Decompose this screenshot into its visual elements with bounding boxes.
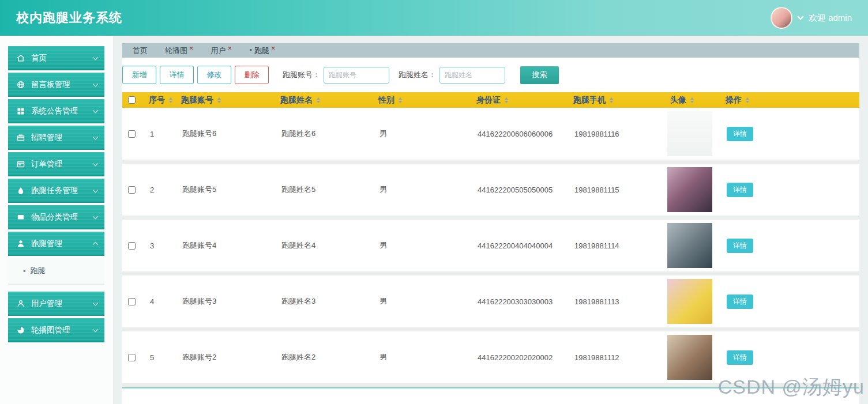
sidebar-item-task[interactable]: 跑腿任务管理 xyxy=(8,179,104,203)
avatar-image xyxy=(667,335,712,380)
cell-idcard: 441622200505050005 xyxy=(468,186,565,194)
cell-name: 跑腿姓名4 xyxy=(272,240,370,251)
cell-idcard: 441622200606060006 xyxy=(468,130,565,138)
cell-idcard: 441622200404040004 xyxy=(468,241,565,250)
column-header-phone[interactable]: 跑腿手机 xyxy=(565,95,662,105)
delete-button[interactable]: 删除 xyxy=(235,66,269,84)
edit-button[interactable]: 修改 xyxy=(197,66,231,84)
sort-icon[interactable] xyxy=(169,97,172,103)
user-area[interactable]: 欢迎 admin xyxy=(771,7,852,29)
row-detail-button[interactable]: 详情 xyxy=(727,127,753,141)
sort-icon[interactable] xyxy=(399,97,402,103)
cell-seq: 3 xyxy=(141,241,173,250)
cell-seq: 2 xyxy=(141,186,173,194)
column-header-idcard[interactable]: 身份证 xyxy=(468,95,565,105)
avatar-image xyxy=(667,167,712,212)
close-icon[interactable]: × xyxy=(271,46,276,51)
column-header-actions[interactable]: 操作 xyxy=(717,95,859,105)
tab-home[interactable]: 首页 xyxy=(133,46,148,56)
sort-icon[interactable] xyxy=(505,97,508,103)
sidebar-item-home[interactable]: 首页 xyxy=(8,46,104,70)
chevron-down-icon xyxy=(93,161,99,167)
user-avatar[interactable] xyxy=(771,7,792,29)
cell-name: 跑腿姓名2 xyxy=(272,352,370,363)
avatar-image xyxy=(667,223,712,268)
sidebar-item-announcement[interactable]: 系统公告管理 xyxy=(8,99,104,123)
cell-phone: 19819881113 xyxy=(565,297,662,306)
cell-phone: 19819881116 xyxy=(565,130,662,138)
sidebar-item-label: 留言板管理 xyxy=(31,80,93,90)
sidebar-item-category[interactable]: 物品分类管理 xyxy=(8,205,104,229)
row-detail-button[interactable]: 详情 xyxy=(727,239,753,253)
sidebar-item-order[interactable]: 订单管理 xyxy=(8,152,104,176)
sidebar-item-label: 订单管理 xyxy=(31,159,93,169)
table-row: 1 跑腿账号6 跑腿姓名6 男 441622200606060006 19819… xyxy=(122,108,859,160)
chevron-down-icon[interactable] xyxy=(797,13,803,20)
sort-icon[interactable] xyxy=(690,97,694,103)
tab-label: 用户 xyxy=(211,46,226,56)
chevron-up-icon xyxy=(93,242,99,248)
sidebar-item-label: 跑腿管理 xyxy=(31,239,93,249)
column-header-gender[interactable]: 性别 xyxy=(370,95,468,105)
row-checkbox[interactable] xyxy=(128,186,136,194)
sidebar-item-user[interactable]: 用户管理 xyxy=(8,292,104,316)
chevron-down-icon xyxy=(93,327,99,333)
column-header-avatar[interactable]: 头像 xyxy=(662,95,717,105)
row-detail-button[interactable]: 详情 xyxy=(727,183,753,197)
row-checkbox[interactable] xyxy=(128,354,136,361)
tab-carousel[interactable]: 轮播图 × xyxy=(165,46,194,56)
select-all-checkbox[interactable] xyxy=(128,96,136,104)
column-header-seq[interactable]: 序号 xyxy=(141,95,173,105)
sidebar-item-message-board[interactable]: 留言板管理 xyxy=(8,73,104,97)
cell-gender: 男 xyxy=(370,296,468,307)
add-button[interactable]: 新增 xyxy=(122,66,156,84)
tab-runner[interactable]: ● 跑腿 × xyxy=(249,46,275,56)
row-checkbox[interactable] xyxy=(128,242,136,250)
table-row: 3 跑腿账号4 跑腿姓名4 男 441622200404040004 19819… xyxy=(122,220,859,271)
category-icon xyxy=(16,213,25,222)
cell-account: 跑腿账号2 xyxy=(173,352,272,363)
sidebar-item-recruit[interactable]: 招聘管理 xyxy=(8,126,104,150)
sidebar: 首页 留言板管理 系统公告管理 招聘管理 订单管理 跑腿任务管理 物品分类管理 … xyxy=(8,46,104,345)
row-detail-button[interactable]: 详情 xyxy=(727,350,753,365)
cell-idcard: 441622200202020002 xyxy=(468,353,565,362)
sidebar-item-runner[interactable]: 跑腿管理 xyxy=(8,232,104,256)
carousel-icon xyxy=(16,326,25,335)
cell-seq: 1 xyxy=(141,130,173,138)
cell-seq: 4 xyxy=(141,297,173,306)
detail-button[interactable]: 详情 xyxy=(160,66,194,84)
app-title: 校内跑腿业务系统 xyxy=(16,9,122,27)
search-button[interactable]: 搜索 xyxy=(520,66,559,84)
tab-bar: 首页 轮播图 × 用户 × ● 跑腿 × xyxy=(122,43,859,58)
cell-name: 跑腿姓名3 xyxy=(272,296,370,307)
tab-user[interactable]: 用户 × xyxy=(211,46,232,56)
chevron-down-icon xyxy=(93,214,99,220)
chevron-down-icon xyxy=(93,300,99,306)
cell-seq: 5 xyxy=(141,353,173,362)
sidebar-item-carousel[interactable]: 轮播图管理 xyxy=(8,318,104,342)
active-tab-dot-icon: ● xyxy=(249,46,252,55)
sort-icon[interactable] xyxy=(610,97,613,103)
sidebar-item-label: 跑腿任务管理 xyxy=(31,186,93,196)
table-footer-strip xyxy=(122,387,859,391)
account-input[interactable] xyxy=(324,67,389,84)
row-checkbox[interactable] xyxy=(128,298,136,305)
sidebar-item-label: 系统公告管理 xyxy=(31,106,93,116)
app-header: 校内跑腿业务系统 欢迎 admin xyxy=(0,0,868,36)
sort-icon[interactable] xyxy=(746,97,749,103)
chevron-down-icon xyxy=(93,187,99,193)
close-icon[interactable]: × xyxy=(228,46,232,51)
sort-icon[interactable] xyxy=(317,97,320,103)
sort-icon[interactable] xyxy=(217,97,221,103)
column-header-name[interactable]: 跑腿姓名 xyxy=(272,95,370,105)
close-icon[interactable]: × xyxy=(189,46,194,51)
sidebar-subitem-runner[interactable]: • 跑腿 xyxy=(8,258,104,285)
toolbar: 新增 详情 修改 删除 跑腿账号： 跑腿姓名： 搜索 xyxy=(122,58,859,84)
column-header-account[interactable]: 跑腿账号 xyxy=(173,95,272,105)
sidebar-gap xyxy=(8,287,104,292)
row-detail-button[interactable]: 详情 xyxy=(727,294,753,309)
row-checkbox[interactable] xyxy=(128,130,136,138)
sidebar-subitem-label: 跑腿 xyxy=(31,266,46,276)
name-input[interactable] xyxy=(439,67,505,84)
cell-idcard: 441622200303030003 xyxy=(468,297,565,306)
